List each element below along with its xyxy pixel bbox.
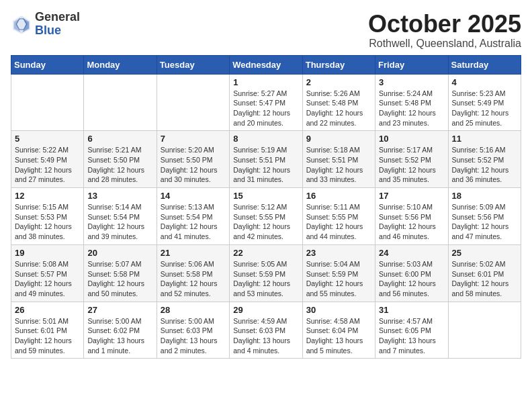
day-number: 25 [452, 248, 517, 258]
calendar-cell [157, 74, 229, 131]
calendar-cell: 7Sunrise: 5:20 AM Sunset: 5:50 PM Daylig… [157, 131, 229, 188]
calendar-cell: 5Sunrise: 5:22 AM Sunset: 5:49 PM Daylig… [11, 131, 84, 188]
calendar-table: SundayMondayTuesdayWednesdayThursdayFrid… [11, 55, 521, 359]
day-info: Sunrise: 5:03 AM Sunset: 6:00 PM Dayligh… [379, 259, 444, 299]
day-number: 24 [379, 248, 444, 258]
day-number: 10 [379, 134, 444, 144]
logo-general: General [35, 11, 80, 24]
day-info: Sunrise: 5:07 AM Sunset: 5:58 PM Dayligh… [87, 259, 152, 299]
calendar-cell: 15Sunrise: 5:12 AM Sunset: 5:55 PM Dayli… [230, 188, 302, 245]
day-number: 14 [161, 191, 226, 201]
calendar-cell: 4Sunrise: 5:23 AM Sunset: 5:49 PM Daylig… [448, 74, 521, 131]
calendar-cell [11, 74, 84, 131]
calendar-cell: 3Sunrise: 5:24 AM Sunset: 5:48 PM Daylig… [375, 74, 448, 131]
calendar-cell: 29Sunrise: 4:59 AM Sunset: 6:03 PM Dayli… [230, 302, 302, 359]
month-title: October 2025 [368, 11, 521, 38]
day-info: Sunrise: 5:00 AM Sunset: 6:02 PM Dayligh… [87, 316, 152, 356]
calendar-cell: 11Sunrise: 5:16 AM Sunset: 5:52 PM Dayli… [448, 131, 521, 188]
calendar-cell: 18Sunrise: 5:09 AM Sunset: 5:56 PM Dayli… [448, 188, 521, 245]
logo-text: General Blue [35, 11, 80, 38]
day-info: Sunrise: 5:00 AM Sunset: 6:03 PM Dayligh… [161, 316, 226, 356]
calendar-week-row: 1Sunrise: 5:27 AM Sunset: 5:47 PM Daylig… [11, 74, 521, 131]
calendar-week-row: 19Sunrise: 5:08 AM Sunset: 5:57 PM Dayli… [11, 244, 521, 302]
day-number: 5 [15, 134, 80, 144]
day-info: Sunrise: 4:59 AM Sunset: 6:03 PM Dayligh… [233, 316, 298, 356]
day-info: Sunrise: 5:02 AM Sunset: 6:01 PM Dayligh… [452, 259, 517, 299]
day-info: Sunrise: 5:27 AM Sunset: 5:47 PM Dayligh… [233, 89, 298, 128]
day-info: Sunrise: 4:58 AM Sunset: 6:04 PM Dayligh… [306, 316, 371, 356]
calendar-cell: 14Sunrise: 5:13 AM Sunset: 5:54 PM Dayli… [157, 188, 229, 245]
location: Rothwell, Queensland, Australia [368, 38, 521, 50]
day-info: Sunrise: 5:12 AM Sunset: 5:55 PM Dayligh… [233, 202, 298, 242]
day-number: 16 [306, 191, 371, 201]
day-number: 28 [161, 305, 226, 315]
day-number: 30 [306, 305, 371, 315]
day-of-week-header: Tuesday [157, 55, 229, 74]
day-info: Sunrise: 5:06 AM Sunset: 5:58 PM Dayligh… [161, 259, 226, 299]
calendar-cell [448, 302, 521, 359]
calendar-cell: 9Sunrise: 5:18 AM Sunset: 5:51 PM Daylig… [302, 131, 375, 188]
day-of-week-header: Wednesday [230, 55, 302, 74]
logo-blue: Blue [35, 24, 80, 38]
day-of-week-header: Sunday [11, 55, 84, 74]
calendar-cell: 26Sunrise: 5:01 AM Sunset: 6:01 PM Dayli… [11, 302, 84, 359]
day-number: 19 [15, 248, 80, 258]
day-number: 12 [15, 191, 80, 201]
day-number: 1 [233, 77, 298, 87]
calendar-cell: 6Sunrise: 5:21 AM Sunset: 5:50 PM Daylig… [84, 131, 157, 188]
day-number: 31 [379, 305, 444, 315]
logo: General Blue [11, 11, 80, 38]
day-info: Sunrise: 4:57 AM Sunset: 6:05 PM Dayligh… [379, 316, 444, 356]
calendar-cell: 27Sunrise: 5:00 AM Sunset: 6:02 PM Dayli… [84, 302, 157, 359]
calendar-cell: 24Sunrise: 5:03 AM Sunset: 6:00 PM Dayli… [375, 244, 448, 302]
day-of-week-header: Friday [375, 55, 448, 74]
calendar-cell: 12Sunrise: 5:15 AM Sunset: 5:53 PM Dayli… [11, 188, 84, 245]
day-info: Sunrise: 5:15 AM Sunset: 5:53 PM Dayligh… [15, 202, 80, 242]
day-number: 22 [233, 248, 298, 258]
calendar-cell: 8Sunrise: 5:19 AM Sunset: 5:51 PM Daylig… [230, 131, 302, 188]
page-header: General Blue October 2025 Rothwell, Quee… [11, 11, 521, 50]
calendar-week-row: 12Sunrise: 5:15 AM Sunset: 5:53 PM Dayli… [11, 188, 521, 245]
calendar-cell: 21Sunrise: 5:06 AM Sunset: 5:58 PM Dayli… [157, 244, 229, 302]
calendar-header-row: SundayMondayTuesdayWednesdayThursdayFrid… [11, 55, 521, 74]
day-number: 2 [306, 77, 371, 87]
day-of-week-header: Monday [84, 55, 157, 74]
calendar-cell: 16Sunrise: 5:11 AM Sunset: 5:55 PM Dayli… [302, 188, 375, 245]
calendar-cell: 13Sunrise: 5:14 AM Sunset: 5:54 PM Dayli… [84, 188, 157, 245]
day-number: 7 [161, 134, 226, 144]
calendar-cell: 10Sunrise: 5:17 AM Sunset: 5:52 PM Dayli… [375, 131, 448, 188]
day-number: 17 [379, 191, 444, 201]
day-info: Sunrise: 5:09 AM Sunset: 5:56 PM Dayligh… [452, 202, 517, 242]
calendar-cell: 23Sunrise: 5:04 AM Sunset: 5:59 PM Dayli… [302, 244, 375, 302]
day-info: Sunrise: 5:14 AM Sunset: 5:54 PM Dayligh… [87, 202, 152, 242]
day-number: 26 [15, 305, 80, 315]
day-info: Sunrise: 5:21 AM Sunset: 5:50 PM Dayligh… [87, 145, 152, 185]
day-number: 20 [87, 248, 152, 258]
calendar-cell: 20Sunrise: 5:07 AM Sunset: 5:58 PM Dayli… [84, 244, 157, 302]
day-of-week-header: Saturday [448, 55, 521, 74]
day-info: Sunrise: 5:24 AM Sunset: 5:48 PM Dayligh… [379, 89, 444, 128]
calendar-cell: 28Sunrise: 5:00 AM Sunset: 6:03 PM Dayli… [157, 302, 229, 359]
day-number: 9 [306, 134, 371, 144]
day-number: 29 [233, 305, 298, 315]
day-info: Sunrise: 5:23 AM Sunset: 5:49 PM Dayligh… [452, 89, 517, 128]
day-info: Sunrise: 5:11 AM Sunset: 5:55 PM Dayligh… [306, 202, 371, 242]
calendar-cell [84, 74, 157, 131]
day-info: Sunrise: 5:22 AM Sunset: 5:49 PM Dayligh… [15, 145, 80, 185]
day-number: 15 [233, 191, 298, 201]
day-number: 21 [161, 248, 226, 258]
day-info: Sunrise: 5:16 AM Sunset: 5:52 PM Dayligh… [452, 145, 517, 185]
title-section: October 2025 Rothwell, Queensland, Austr… [368, 11, 521, 50]
logo-icon [11, 13, 32, 35]
calendar-cell: 2Sunrise: 5:26 AM Sunset: 5:48 PM Daylig… [302, 74, 375, 131]
calendar-cell: 17Sunrise: 5:10 AM Sunset: 5:56 PM Dayli… [375, 188, 448, 245]
day-info: Sunrise: 5:17 AM Sunset: 5:52 PM Dayligh… [379, 145, 444, 185]
day-number: 6 [87, 134, 152, 144]
day-of-week-header: Thursday [302, 55, 375, 74]
day-number: 13 [87, 191, 152, 201]
day-number: 4 [452, 77, 517, 87]
day-info: Sunrise: 5:04 AM Sunset: 5:59 PM Dayligh… [306, 259, 371, 299]
day-info: Sunrise: 5:18 AM Sunset: 5:51 PM Dayligh… [306, 145, 371, 185]
calendar-cell: 22Sunrise: 5:05 AM Sunset: 5:59 PM Dayli… [230, 244, 302, 302]
calendar-cell: 19Sunrise: 5:08 AM Sunset: 5:57 PM Dayli… [11, 244, 84, 302]
